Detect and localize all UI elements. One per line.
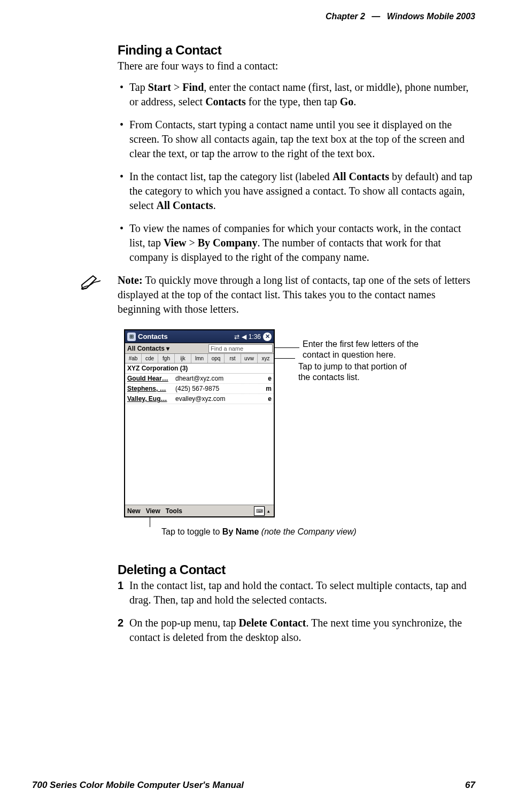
contact-name: Gould Hear… bbox=[127, 375, 175, 382]
note-block: Note: To quickly move through a long lis… bbox=[118, 273, 476, 316]
menu-bar: New View Tools ⌨ ▴ bbox=[125, 505, 274, 516]
alpha-tab[interactable]: rst bbox=[225, 354, 241, 363]
keyboard-icon[interactable]: ⌨ bbox=[254, 506, 265, 516]
close-icon[interactable]: ✕ bbox=[263, 332, 272, 341]
running-header: Chapter 2 — Windows Mobile 2003 bbox=[326, 12, 475, 21]
finding-bullet-2: From Contacts, start typing a contact na… bbox=[118, 118, 476, 161]
callout-find: Enter the first few letters of the conta… bbox=[303, 339, 436, 360]
menu-tools[interactable]: Tools bbox=[166, 507, 182, 515]
alpha-tab[interactable]: xyz bbox=[258, 354, 274, 363]
contact-name: Stephens, … bbox=[127, 385, 175, 392]
chapter-label: Chapter bbox=[326, 12, 358, 21]
contact-type: e bbox=[264, 395, 272, 403]
deleting-title: Deleting a Contact bbox=[118, 562, 476, 577]
page: Chapter 2 — Windows Mobile 2003 Finding … bbox=[0, 0, 518, 812]
contact-value: (425) 567-9875 bbox=[175, 385, 264, 392]
contact-row[interactable]: Stephens, … (425) 567-9875 m bbox=[125, 384, 274, 394]
alpha-tab[interactable]: opq bbox=[208, 354, 225, 363]
deleting-step-2: 2 On the pop-up menu, tap Delete Contact… bbox=[118, 616, 476, 645]
header-dash: — bbox=[372, 12, 380, 21]
finding-bullet-1: Tap Start > Find, enter the contact name… bbox=[118, 80, 476, 109]
alpha-tab[interactable]: cde bbox=[142, 354, 158, 363]
step-number: 1 bbox=[118, 578, 123, 593]
find-input[interactable]: Find a name bbox=[208, 344, 273, 353]
doc-title: Windows Mobile 2003 bbox=[387, 12, 475, 21]
contacts-screenshot: ⊞ Contacts ⇄ ◀ 1:36 ✕ All Contacts ▾ Fin… bbox=[124, 329, 275, 517]
alpha-tab[interactable]: lmn bbox=[191, 354, 208, 363]
callout-line bbox=[150, 517, 150, 527]
chevron-down-icon: ▾ bbox=[166, 345, 169, 352]
step-text: On the pop-up menu, tap Delete Contact. … bbox=[129, 617, 462, 643]
callout-line bbox=[275, 347, 299, 348]
start-icon[interactable]: ⊞ bbox=[127, 332, 136, 341]
deleting-section: Deleting a Contact 1 In the contact list… bbox=[118, 562, 476, 645]
alpha-tab[interactable]: #ab bbox=[125, 354, 142, 363]
contact-value: evalley@xyz.com bbox=[175, 395, 264, 403]
menu-new[interactable]: New bbox=[127, 507, 141, 515]
alpha-tab[interactable]: ijk bbox=[175, 354, 191, 363]
deleting-steps: 1 In the contact list, tap and hold the … bbox=[118, 578, 476, 645]
company-group-row[interactable]: XYZ Corporation (3) bbox=[125, 364, 274, 374]
menu-view[interactable]: View bbox=[146, 507, 160, 515]
callout-view: Tap to toggle to By Name (note the Compa… bbox=[161, 527, 357, 537]
contact-name: Valley, Eug… bbox=[127, 395, 175, 403]
contact-type: e bbox=[264, 375, 272, 382]
step-text: In the contact list, tap and hold the co… bbox=[129, 579, 467, 606]
alpha-tab[interactable]: fgh bbox=[158, 354, 175, 363]
speaker-icon[interactable]: ◀ bbox=[242, 333, 246, 341]
note-text: Note: To quickly move through a long lis… bbox=[118, 274, 470, 315]
page-number: 67 bbox=[465, 780, 475, 791]
sip-up-icon[interactable]: ▴ bbox=[265, 507, 272, 515]
finding-bullet-3: In the contact list, tap the category li… bbox=[118, 169, 476, 213]
app-title: Contacts bbox=[138, 332, 234, 341]
footer: 700 Series Color Mobile Computer User's … bbox=[32, 780, 475, 791]
alpha-tab[interactable]: uvw bbox=[241, 354, 258, 363]
screenshot-area: ⊞ Contacts ⇄ ◀ 1:36 ✕ All Contacts ▾ Fin… bbox=[124, 329, 476, 532]
category-dropdown[interactable]: All Contacts ▾ bbox=[125, 345, 172, 352]
content-column: Finding a Contact There are four ways to… bbox=[118, 43, 476, 653]
finding-title: Finding a Contact bbox=[118, 43, 476, 58]
connectivity-icon[interactable]: ⇄ bbox=[234, 333, 239, 341]
alpha-index: #ab cde fgh ijk lmn opq rst uvw xyz bbox=[125, 354, 274, 364]
finding-bullet-list: Tap Start > Find, enter the contact name… bbox=[118, 80, 476, 265]
step-number: 2 bbox=[118, 616, 123, 630]
category-label: All Contacts bbox=[127, 345, 165, 352]
contact-type: m bbox=[264, 385, 272, 392]
find-placeholder: Find a name bbox=[211, 345, 243, 352]
contact-value: dheart@xyz.com bbox=[175, 375, 264, 382]
deleting-step-1: 1 In the contact list, tap and hold the … bbox=[118, 578, 476, 607]
callout-line bbox=[275, 358, 295, 359]
manual-title: 700 Series Color Mobile Computer User's … bbox=[32, 780, 244, 791]
contact-row[interactable]: Valley, Eug… evalley@xyz.com e bbox=[125, 394, 274, 404]
note-icon bbox=[80, 273, 103, 295]
finding-bullet-4: To view the names of companies for which… bbox=[118, 221, 476, 265]
callout-alpha: Tap to jump to that portion of the conta… bbox=[298, 361, 416, 383]
chapter-number: 2 bbox=[360, 12, 365, 21]
finding-intro: There are four ways to find a contact: bbox=[118, 59, 476, 73]
contact-row[interactable]: Gould Hear… dheart@xyz.com e bbox=[125, 374, 274, 384]
clock: 1:36 bbox=[249, 333, 261, 341]
toolbar: All Contacts ▾ Find a name bbox=[125, 343, 274, 354]
titlebar: ⊞ Contacts ⇄ ◀ 1:36 ✕ bbox=[125, 330, 274, 343]
